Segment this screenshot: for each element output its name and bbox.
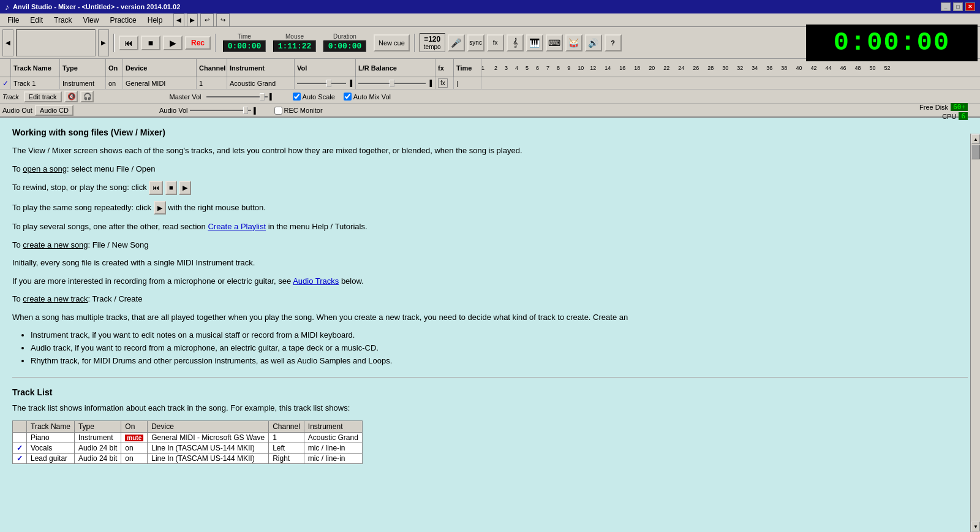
maximize-button[interactable]: □ <box>953 2 963 11</box>
staff-button[interactable]: 𝄞 <box>507 34 524 51</box>
track-channel-cell: 1 <box>197 77 227 89</box>
microphone-button[interactable]: 🎤 <box>448 34 465 51</box>
td-check: ✓ <box>13 443 27 453</box>
nav-redo-button[interactable]: ↪ <box>216 13 230 27</box>
col-header-check <box>0 59 11 77</box>
play-button[interactable]: ▶ <box>163 36 183 50</box>
balance-slider[interactable]: ▐ <box>358 80 432 86</box>
toolbar: ◀ ▶ ⏮ ■ ▶ Rec Time 0:00:00 Mouse 1:11:22… <box>0 27 980 59</box>
inline-rewind-btn[interactable]: ⏮ <box>149 181 163 195</box>
nav-undo-button[interactable]: ↩ <box>200 13 214 27</box>
nav-back-button[interactable]: ◀ <box>173 13 184 27</box>
new-cue-button[interactable]: New cue <box>374 34 410 51</box>
content-para-repeat: To play the same song repeatedly: click … <box>12 201 968 215</box>
td-check <box>13 432 27 443</box>
scrollbar[interactable]: ▲ ▼ <box>970 134 980 532</box>
mouse-display: 1:11:22 <box>273 40 316 52</box>
td-instrument: mic / line-in <box>304 453 362 463</box>
nav-arrows: ◀ ▶ ↩ ↪ <box>173 13 230 27</box>
audio-cd-button[interactable]: Audio CD <box>35 105 74 116</box>
separator-1 <box>113 34 115 52</box>
record-button[interactable]: Rec <box>185 36 211 50</box>
minimize-button[interactable]: _ <box>941 2 951 11</box>
menu-track[interactable]: Track <box>49 15 77 26</box>
col-header-device: Device <box>123 59 197 77</box>
menu-help[interactable]: Help <box>143 15 168 26</box>
vol-slider[interactable]: ▐ <box>297 80 352 86</box>
track-fx-cell[interactable]: fx <box>435 77 454 89</box>
stop-button[interactable]: ■ <box>141 36 160 50</box>
master-vol-slider[interactable]: ▐ <box>206 93 272 100</box>
col-header-vol: Vol <box>295 59 356 77</box>
piano-button[interactable]: 🎹 <box>526 34 543 51</box>
free-disk-display: Free Disk 60+ <box>919 103 968 111</box>
scroll-thumb[interactable] <box>971 145 980 159</box>
auto-scale-checkbox[interactable]: Auto Scale <box>293 93 335 101</box>
menu-view[interactable]: View <box>78 15 104 26</box>
song-title-area <box>16 29 96 56</box>
title-bar: ♪ Anvil Studio - Mixer - <Untitled> - ve… <box>0 0 980 13</box>
next-song-button[interactable]: ▶ <box>98 29 109 56</box>
fx-button[interactable]: fx <box>487 34 504 51</box>
table-row: PianoInstrumentmuteGeneral MIDI - Micros… <box>13 432 363 443</box>
close-button[interactable]: ✕ <box>965 2 975 11</box>
separator-2 <box>215 34 216 52</box>
td-channel: Right <box>269 453 304 463</box>
scroll-down-button[interactable]: ▼ <box>971 522 980 531</box>
track-vol-cell: ▐ <box>295 77 356 89</box>
content-para-create-song: To create a new song: File / New Song <box>12 239 968 251</box>
track-list-table: Track Name Type On Device Channel Instru… <box>12 420 363 464</box>
rewind-button[interactable]: ⏮ <box>119 36 138 50</box>
td-device: Line In (TASCAM US-144 MKII) <box>148 443 269 453</box>
scroll-up-button[interactable]: ▲ <box>971 134 980 144</box>
window-title: Anvil Studio - Mixer - <Untitled> - vers… <box>13 3 180 10</box>
master-vol-label: Master Vol <box>170 93 202 101</box>
track-list-desc: The track list shows information about e… <box>12 402 968 414</box>
inline-play-right-btn[interactable]: ▶ <box>154 201 166 215</box>
create-playlist-link[interactable]: Create a Playlist <box>208 222 266 231</box>
inline-play-btn[interactable]: ▶ <box>179 181 191 195</box>
th-type: Type <box>74 420 121 432</box>
rec-monitor-checkbox[interactable]: REC Monitor <box>274 107 323 115</box>
track-device-cell: General MIDI <box>123 77 197 89</box>
help-toolbar-button[interactable]: ? <box>605 34 622 51</box>
col-header-channel: Channel <box>197 59 227 77</box>
content-para-new-track: To create a new track: Track / Create <box>12 293 968 305</box>
audio-tracks-link[interactable]: Audio Tracks <box>293 276 339 286</box>
col-header-fx: fx <box>435 59 454 77</box>
auto-mix-vol-checkbox[interactable]: Auto Mix Vol <box>344 93 391 101</box>
track-checkbox[interactable]: ✓ <box>0 77 11 89</box>
table-row: ✓VocalsAudio 24 bitonLine In (TASCAM US-… <box>13 443 363 453</box>
track-instrument-cell: Acoustic Grand <box>227 77 295 89</box>
keyboard-button[interactable]: ⌨ <box>546 34 563 51</box>
nav-forward-button[interactable]: ▶ <box>187 13 198 27</box>
td-track-name: Piano <box>27 432 75 443</box>
content-title: Working with song files (View / Mixer) <box>12 127 968 137</box>
td-type: Instrument <box>74 432 121 443</box>
audio-vol-slider[interactable]: ▐ <box>190 107 255 114</box>
solo-icon-button[interactable]: 🎧 <box>80 91 94 102</box>
td-track-name: Lead guitar <box>27 453 75 463</box>
speaker-button[interactable]: 🔊 <box>585 34 602 51</box>
content-para-playlist: To play several songs, one after the oth… <box>12 221 968 233</box>
td-type: Audio 24 bit <box>74 443 121 453</box>
col-header-name: Track Name <box>11 59 60 77</box>
content-para-track-types: When a song has multiple tracks, that ar… <box>12 311 968 324</box>
th-instrument: Instrument <box>304 420 362 432</box>
col-header-type: Type <box>60 59 106 77</box>
menu-file[interactable]: File <box>2 15 24 26</box>
col-header-time: Time <box>454 59 481 77</box>
menu-edit[interactable]: Edit <box>25 15 48 26</box>
prev-song-button[interactable]: ◀ <box>2 29 13 56</box>
mute-icon-button[interactable]: 🔇 <box>64 91 78 102</box>
menu-practice[interactable]: Practice <box>105 15 141 26</box>
sync-button[interactable]: sync <box>467 34 484 51</box>
td-instrument: Acoustic Grand <box>304 432 362 443</box>
edit-track-row: Track Edit track 🔇 🎧 Master Vol ▐ Auto S… <box>0 89 980 104</box>
inline-stop-btn[interactable]: ■ <box>165 181 177 195</box>
drum-button[interactable]: 🥁 <box>565 34 582 51</box>
td-channel: 1 <box>269 432 304 443</box>
edit-track-button[interactable]: Edit track <box>24 91 62 102</box>
audio-row: Audio Out Audio CD Audio Vol ▐ REC Monit… <box>0 104 980 118</box>
th-channel: Channel <box>269 420 304 432</box>
